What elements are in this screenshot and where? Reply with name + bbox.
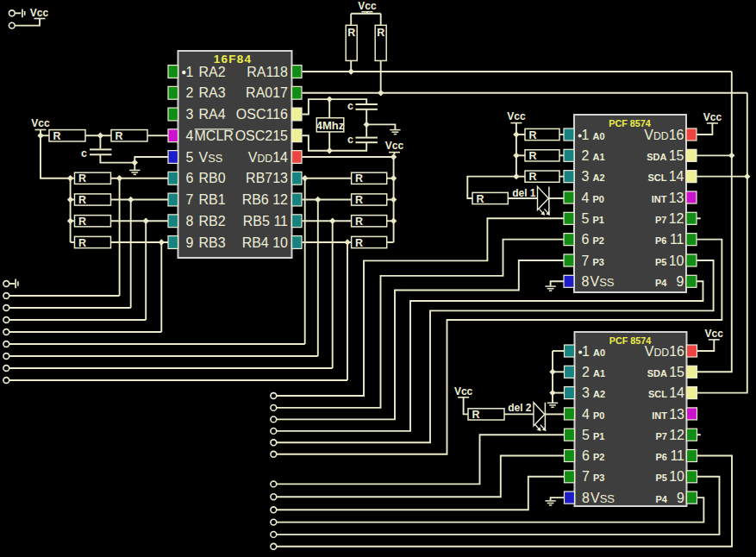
svg-text:13: 13 [669, 191, 684, 205]
svg-text:VSS: VSS [590, 491, 615, 505]
svg-text:R: R [355, 216, 363, 228]
svg-text:2: 2 [582, 365, 590, 379]
svg-text:R: R [78, 237, 86, 249]
svg-text:P2: P2 [593, 235, 604, 246]
svg-text:4: 4 [582, 191, 590, 205]
svg-text:SDA: SDA [647, 368, 667, 379]
svg-text:P7: P7 [656, 431, 667, 441]
svg-text:RA3: RA3 [199, 85, 226, 100]
svg-text:R: R [116, 130, 123, 142]
svg-text:7: 7 [582, 469, 590, 484]
svg-text:1: 1 [186, 65, 194, 79]
svg-text:SCL: SCL [648, 389, 667, 399]
svg-text:2: 2 [186, 85, 194, 100]
svg-text:Vcc: Vcc [703, 111, 722, 123]
svg-text:P2: P2 [593, 452, 604, 462]
svg-text:P4: P4 [656, 494, 668, 504]
svg-text:R: R [472, 409, 480, 421]
svg-text:R: R [377, 27, 384, 39]
svg-text:VDD16: VDD16 [645, 344, 684, 359]
svg-text:Vcc: Vcc [507, 110, 526, 122]
svg-text:R: R [347, 27, 355, 39]
svg-text:R: R [355, 237, 363, 249]
svg-text:9: 9 [186, 235, 194, 250]
svg-text:6: 6 [582, 448, 590, 463]
svg-text:15: 15 [669, 148, 684, 163]
svg-text:P1: P1 [593, 431, 604, 441]
svg-text:RA2: RA2 [199, 65, 226, 79]
svg-text:14: 14 [669, 169, 684, 184]
svg-text:7: 7 [186, 192, 194, 207]
svg-text:8: 8 [582, 491, 590, 505]
svg-text:VSS: VSS [199, 150, 223, 165]
svg-text:P6: P6 [655, 235, 666, 246]
svg-text:P0: P0 [593, 194, 604, 204]
svg-text:6: 6 [582, 232, 590, 247]
svg-text:Vcc: Vcc [705, 328, 724, 340]
svg-text:15: 15 [669, 365, 684, 379]
svg-text:12: 12 [669, 211, 684, 226]
svg-text:P7: P7 [655, 215, 666, 225]
svg-text:7: 7 [582, 253, 590, 268]
svg-text:R: R [78, 172, 86, 185]
svg-text:OSC215: OSC215 [235, 128, 288, 143]
svg-text:3: 3 [582, 169, 590, 184]
svg-text:P5: P5 [656, 473, 667, 483]
svg-text:Vcc: Vcc [30, 7, 49, 19]
svg-text:10: 10 [669, 469, 684, 484]
svg-text:Vcc: Vcc [358, 0, 377, 12]
svg-text:SCL: SCL [648, 172, 667, 183]
svg-text:A2: A2 [593, 389, 605, 399]
svg-text:4: 4 [186, 128, 194, 143]
svg-text:5: 5 [582, 428, 590, 442]
svg-text:VSS: VSS [590, 274, 615, 289]
svg-text:RA118: RA118 [247, 65, 288, 79]
svg-text:10: 10 [669, 253, 684, 268]
svg-text:A1: A1 [593, 368, 605, 379]
svg-text:VDD14: VDD14 [248, 150, 288, 165]
svg-text:Vcc: Vcc [385, 140, 404, 152]
svg-text:R: R [529, 129, 537, 141]
svg-text:RB3: RB3 [199, 235, 226, 250]
svg-text:R: R [53, 130, 61, 142]
svg-text:R: R [355, 172, 363, 185]
svg-text:8: 8 [582, 274, 590, 289]
svg-text:P3: P3 [593, 473, 604, 483]
svg-text:14: 14 [669, 385, 684, 400]
svg-text:RB5 11: RB5 11 [243, 214, 288, 228]
svg-text:P6: P6 [656, 452, 667, 462]
svg-text:INT: INT [652, 194, 667, 204]
svg-text:R: R [529, 150, 537, 162]
svg-text:del 1: del 1 [512, 187, 536, 199]
svg-text:6: 6 [186, 171, 194, 185]
svg-text:c: c [347, 134, 353, 146]
svg-text:MCLR: MCLR [195, 128, 234, 143]
svg-text:RA017: RA017 [246, 85, 288, 100]
svg-text:16F84: 16F84 [214, 53, 252, 66]
svg-text:OSC116: OSC116 [236, 107, 288, 122]
svg-text:Vcc: Vcc [454, 385, 473, 397]
svg-text:RB1: RB1 [199, 192, 226, 207]
svg-text:11: 11 [670, 232, 684, 247]
svg-text:P4: P4 [655, 278, 667, 288]
svg-text:c: c [81, 147, 87, 160]
svg-text:P0: P0 [593, 410, 604, 421]
svg-text:3: 3 [582, 385, 590, 400]
svg-text:Vcc: Vcc [31, 117, 50, 129]
svg-text:P5: P5 [655, 257, 666, 267]
svg-text:RB2: RB2 [199, 214, 226, 228]
svg-text:R: R [78, 216, 86, 228]
svg-text:RB0: RB0 [199, 171, 226, 185]
svg-text:4: 4 [582, 407, 590, 422]
svg-text:P1: P1 [593, 215, 604, 225]
svg-text:5: 5 [582, 211, 590, 226]
svg-text:4Mhz: 4Mhz [316, 119, 345, 132]
svg-text:8: 8 [186, 214, 194, 228]
svg-text:del 2: del 2 [508, 402, 532, 414]
svg-text:c: c [347, 100, 353, 112]
svg-text:A0: A0 [593, 347, 605, 358]
svg-text:A2: A2 [593, 172, 605, 183]
svg-text:2: 2 [582, 148, 590, 163]
svg-text:R: R [529, 171, 537, 183]
svg-text:R: R [477, 193, 484, 205]
